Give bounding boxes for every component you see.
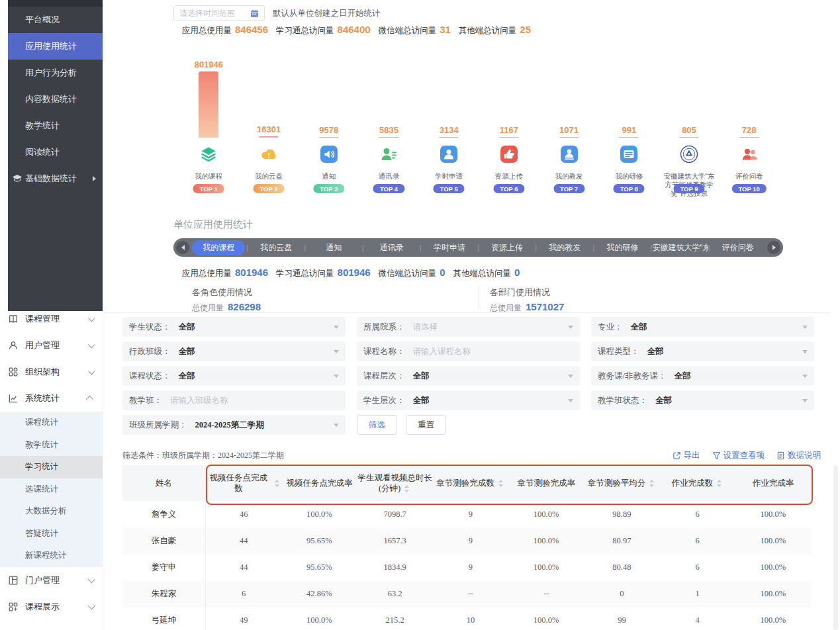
sort-icon[interactable] (402, 484, 411, 493)
sidebar-item-learning-stats[interactable]: 学习统计 (0, 456, 103, 478)
sidebar-item-label: 课程管理 (25, 313, 88, 325)
stat-label: 学习通总访问量 (276, 25, 334, 36)
sidebar-item-reading-stats[interactable]: 阅读统计 (8, 139, 103, 165)
dept-usage-title: 各部门使用情况 (490, 287, 564, 298)
funnel-icon (712, 451, 721, 460)
filter-teaching-class-status[interactable]: 教学班状态：全部 (591, 390, 814, 410)
filter-teaching-class[interactable]: 教学班：请输入班级名称 (122, 390, 346, 410)
export-link[interactable]: 导出 (673, 450, 700, 461)
date-range-input[interactable]: 请选择时间范围 (173, 5, 265, 21)
top-badge: TOP 10 (731, 184, 766, 193)
student-name-cell: 姜守申 (122, 554, 206, 580)
data-cell: 4 (660, 615, 735, 625)
header-label: 作业完成率 (753, 478, 794, 488)
filter-course-type[interactable]: 课程类型：全部 (591, 341, 814, 361)
sort-icon[interactable] (273, 479, 281, 488)
stat-value: 25 (520, 24, 531, 35)
data-cell: 215.2 (357, 615, 433, 625)
sidebar-item-teaching-stats-sub[interactable]: 教学统计 (0, 434, 103, 457)
tab-我的教发[interactable]: 我的教发 (537, 242, 592, 253)
main-content: 请选择时间范围 默认从单位创建之日开始统计 应用总使用量846456学习通总访问… (103, 0, 840, 630)
sidebar-item-teaching-stats[interactable]: 教学统计 (8, 112, 103, 139)
chart-column: 9578通知TOP 3 (299, 60, 359, 202)
tab-通讯录[interactable]: 通讯录 (364, 242, 420, 253)
sidebar-item-big-data-analysis[interactable]: 大数据分析 (0, 500, 103, 523)
filter-semester[interactable]: 班级所属学期：2024-2025第二学期 (122, 415, 346, 435)
filter-admin-class[interactable]: 行政班级：全部 (122, 341, 346, 361)
column-header-2[interactable]: 视频任务点完成数 (206, 465, 281, 501)
sidebar-item-course-selection-stats[interactable]: 选课统计 (0, 478, 103, 501)
bar-value: 801946 (179, 60, 239, 69)
reset-button[interactable]: 重置 (406, 415, 446, 435)
set-view-items-link[interactable]: 设置查看项 (712, 450, 765, 461)
data-cell: 44 (206, 536, 281, 546)
tab-学时申请[interactable]: 学时申请 (422, 242, 477, 253)
sidebar-item-qa-stats[interactable]: 答疑统计 (0, 523, 103, 545)
sort-icon[interactable] (715, 479, 723, 488)
sort-icon[interactable] (647, 479, 656, 488)
sidebar-item-content-data-stats[interactable]: 内容数据统计 (8, 86, 103, 112)
tab-scroll-left-button[interactable] (176, 241, 189, 254)
stat-label: 其他端总访问量 (453, 268, 511, 279)
filter-course-status[interactable]: 课程状态：全部 (122, 366, 346, 386)
filter-department[interactable]: 所属院系：请选择 (357, 317, 580, 337)
filter-label: 行政班级： (129, 346, 171, 357)
data-description-link[interactable]: 数据说明 (776, 450, 821, 461)
header-line2: (分钟) (379, 483, 411, 494)
sidebar-item-system-stats[interactable]: 系统统计 (0, 385, 103, 412)
bar-4 (379, 137, 398, 138)
tab-评价问卷[interactable]: 评价问卷 (710, 242, 766, 253)
filter-academic-course[interactable]: 教务课/非教务课：全部 (591, 366, 814, 386)
grid-icon (8, 367, 19, 377)
top-badge: TOP 6 (493, 184, 524, 193)
sidebar-item-portal-management[interactable]: 门户管理 (0, 567, 103, 594)
sidebar-item-user-behavior-analysis[interactable]: 用户行为分析 (8, 60, 103, 86)
chevron-down-icon (88, 575, 95, 582)
filter-buttons: 筛选重置 (357, 415, 580, 435)
research-icon (620, 145, 638, 163)
sidebar-item-course-display[interactable]: 课程展示 (0, 594, 103, 620)
filter-course-level[interactable]: 课程层次：全部 (357, 366, 580, 386)
chevron-down-icon (88, 367, 95, 375)
data-cell: 1 (660, 589, 735, 599)
data-cell: 80.48 (584, 562, 659, 572)
tab-资源上传[interactable]: 资源上传 (479, 242, 535, 253)
role-usage-value: 826298 (228, 301, 261, 312)
app-label: 我的课程 (181, 172, 237, 181)
sidebar-item-basic-data-stats[interactable]: 基础数据统计 (8, 165, 103, 192)
filter-student-level[interactable]: 学生层次：全部 (357, 390, 580, 410)
sidebar-item-user-management[interactable]: 用户管理 (0, 332, 103, 359)
column-header-8[interactable]: 作业完成数 (660, 465, 735, 501)
sidebar-item-new-course-stats[interactable]: 新课程统计 (0, 545, 103, 567)
filter-label: 教学班： (129, 395, 162, 406)
app-label: 通讯录 (361, 172, 417, 181)
data-cell: 0 (584, 589, 659, 599)
sidebar-item-label: 教学统计 (25, 120, 60, 130)
app-root: 课程管理用户管理组织架构系统统计课程统计教学统计学习统计选课统计大数据分析答疑统… (0, 0, 840, 630)
tab-我的课程[interactable]: 我的课程 (191, 240, 246, 255)
filter-label: 专业： (598, 322, 623, 333)
sidebar-item-org-structure[interactable]: 组织架构 (0, 359, 103, 385)
top-badge: TOP 2 (253, 184, 284, 193)
tab-我的研修[interactable]: 我的研修 (594, 242, 650, 253)
vertical-scrollbar[interactable] (833, 465, 838, 630)
column-header-7[interactable]: 章节测验平均分 (584, 465, 659, 501)
sidebar-item-app-usage-stats[interactable]: 应用使用统计 (8, 33, 103, 60)
data-cell: 63.2 (357, 589, 433, 599)
sidebar-item-platform-overview[interactable]: 平台概况 (8, 7, 103, 33)
tab-通知[interactable]: 通知 (306, 242, 361, 253)
filter-student-status[interactable]: 学生状态：全部 (122, 317, 346, 337)
filter-course-name[interactable]: 课程名称：请输入课程名称 (357, 341, 580, 361)
sidebar-item-course-stats[interactable]: 课程统计 (0, 412, 103, 434)
table-actions: 导出设置查看项数据说明 (673, 450, 821, 461)
filter-major[interactable]: 专业：全部 (591, 317, 814, 337)
tab-我的云盘[interactable]: 我的云盘 (248, 242, 304, 253)
tab-安徽建筑大学“东[interactable]: 安徽建筑大学“东 (653, 242, 708, 253)
column-header-4[interactable]: 学生观看视频总时长(分钟) (357, 465, 433, 501)
tab-scroll-right-button[interactable] (767, 241, 780, 254)
column-header-5[interactable]: 章节测验完成数 (433, 465, 508, 501)
resource-upload-icon (500, 145, 518, 163)
sort-icon[interactable] (496, 479, 505, 488)
filter-button[interactable]: 筛选 (357, 415, 397, 435)
data-cell: 100.0% (735, 562, 811, 572)
